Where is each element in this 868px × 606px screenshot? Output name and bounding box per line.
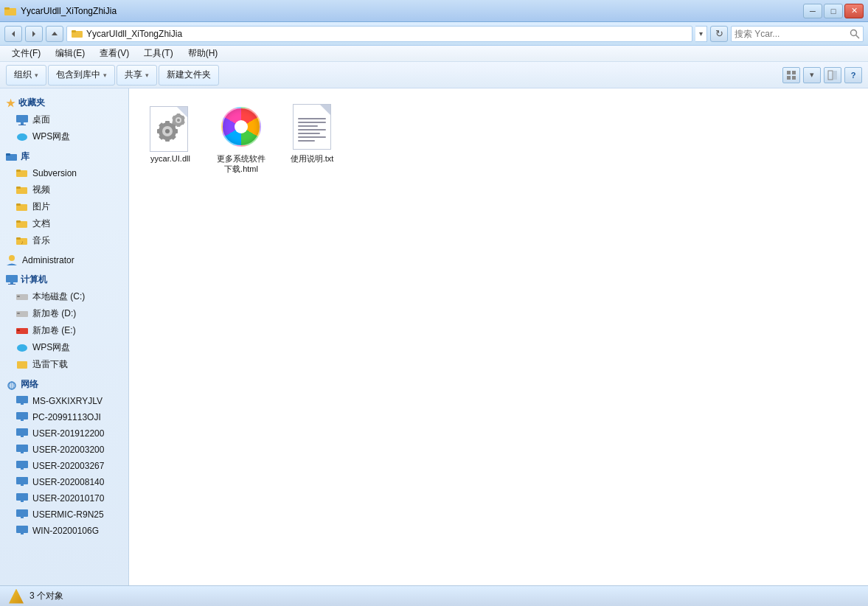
sidebar-favorites-header[interactable]: ★ 收藏夹 [0,94,128,111]
breadcrumb-dropdown[interactable]: ▾ [695,26,707,42]
svg-rect-48 [21,403,24,405]
sidebar-item-videos[interactable]: 视频 [0,181,128,198]
svg-rect-43 [17,361,27,369]
sidebar-item-subversion[interactable]: Subversion [0,165,128,181]
html-file-label: 更多系统软件下载.html [215,153,268,175]
sidebar-item-net-1[interactable]: MS-GXKIXRYJLV [0,393,128,409]
svg-rect-15 [16,115,28,122]
sidebar-item-wps[interactable]: WPS网盘 [0,128,128,145]
sidebar-item-net-2[interactable]: PC-20991113OJI [0,409,128,425]
svg-rect-60 [21,501,24,502]
computer-icon [6,275,18,285]
menu-file[interactable]: 文件(F) [6,46,46,61]
admin-icon [6,254,18,266]
sidebar-item-net-8[interactable]: USERMIC-R9N25 [0,506,128,523]
docs-icon [16,218,28,230]
svg-rect-37 [17,296,20,297]
organize-button[interactable]: 组织 ▾ [6,65,46,86]
refresh-button[interactable]: ↻ [710,26,728,42]
sidebar-item-net-5[interactable]: USER-202003267 [0,458,128,474]
sidebar-item-net-4[interactable]: USER-202003200 [0,442,128,458]
sidebar-item-wps2[interactable]: WPS网盘 [0,339,128,356]
preview-pane-button[interactable] [824,67,841,83]
sidebar-item-docs[interactable]: 文档 [0,215,128,232]
close-button[interactable]: ✕ [844,4,864,18]
sidebar-section-computer: 计算机 本地磁盘 (C:) 新加卷 (D:) [0,271,128,373]
up-button[interactable] [46,26,63,42]
svg-point-32 [9,255,15,261]
svg-rect-57 [16,477,28,484]
file-item-txt[interactable]: 使用说明.txt [282,100,341,167]
net-computer-icon-2 [16,411,28,423]
search-input[interactable] [735,29,847,39]
svg-rect-61 [16,509,28,517]
images-icon [16,201,28,213]
menubar: 文件(F) 编辑(E) 查看(V) 工具(T) 帮助(H) [0,46,868,62]
music-icon: ♪ [16,235,28,247]
sidebar-item-net-7[interactable]: USER-202010170 [0,490,128,506]
svg-rect-70 [174,129,178,133]
minimize-button[interactable]: ─ [803,4,822,18]
sidebar-library-header[interactable]: 库 [0,148,128,165]
svg-rect-51 [16,428,28,436]
status-count: 3 个对象 [29,590,63,602]
breadcrumb-folder-icon [72,29,83,39]
menu-edit[interactable]: 编辑(E) [49,46,91,61]
svg-rect-62 [21,517,24,518]
menu-help[interactable]: 帮助(H) [182,46,224,61]
svg-rect-74 [157,129,161,133]
sidebar-item-net-6[interactable]: USER-202008140 [0,474,128,490]
sidebar-item-net-9[interactable]: WIN-20200106G [0,523,128,539]
wps-icon [16,131,28,143]
sidebar-item-drive-d[interactable]: 新加卷 (D:) [0,305,128,322]
svg-rect-1 [4,7,10,10]
svg-rect-14 [833,71,837,80]
view-dropdown-button[interactable]: ▾ [803,67,821,83]
menu-tools[interactable]: 工具(T) [138,46,178,61]
restore-button[interactable]: □ [824,4,843,18]
back-button[interactable] [4,26,22,42]
svg-rect-56 [21,468,24,470]
svg-rect-63 [16,526,28,533]
help-button[interactable]: ? [844,67,862,83]
file-item-html[interactable]: 更多系统软件下载.html [212,100,271,178]
svg-rect-49 [16,412,28,419]
breadcrumb-bar[interactable]: YycarUIdll_XiTongZhiJia [66,26,692,42]
svg-rect-50 [21,419,24,421]
file-item-dll[interactable]: yycar.UI.dll [141,100,200,167]
sidebar-item-desktop[interactable]: 桌面 [0,111,128,128]
sidebar-item-music[interactable]: ♪ 音乐 [0,232,128,249]
sidebar-item-drive-c[interactable]: 本地磁盘 (C:) [0,288,128,305]
svg-point-18 [17,133,27,141]
html-file-icon [218,103,265,150]
net-computer-icon-3 [16,428,28,439]
sidebar-section-library: 库 Subversion 视频 [0,148,128,249]
sidebar-item-administrator[interactable]: Administrator [0,252,128,268]
drive-c-icon [16,291,28,303]
statusbar: 3 个对象 [0,585,868,606]
sidebar-item-net-3[interactable]: USER-201912200 [0,425,128,442]
menu-view[interactable]: 查看(V) [94,46,135,61]
sidebar-computer-header[interactable]: 计算机 [0,271,128,288]
forward-button[interactable] [25,26,43,42]
svg-rect-59 [16,493,28,501]
toolbar-right: ▾ ? [782,67,862,83]
svg-rect-54 [21,452,24,453]
addressbar: YycarUIdll_XiTongZhiJia ▾ ↻ [0,22,868,46]
include-library-button[interactable]: 包含到库中 ▾ [48,65,115,86]
sidebar-item-images[interactable]: 图片 [0,198,128,215]
sidebar-item-drive-e[interactable]: 新加卷 (E:) [0,322,128,339]
sidebar-item-thunder[interactable]: 迅雷下载 [0,356,128,373]
view-icons-button[interactable] [782,67,800,83]
new-folder-button[interactable]: 新建文件夹 [159,65,219,86]
share-button[interactable]: 共享 ▾ [117,65,157,86]
net-computer-icon-6 [16,476,28,488]
thunder-icon [16,359,28,371]
svg-line-8 [856,35,860,38]
svg-rect-24 [16,187,21,189]
breadcrumb-text: YycarUIdll_XiTongZhiJia [86,29,182,39]
svg-marker-3 [32,31,35,37]
sidebar-network-header[interactable]: 网络 [0,376,128,393]
dll-file-icon [147,103,194,150]
svg-rect-20 [6,153,10,156]
